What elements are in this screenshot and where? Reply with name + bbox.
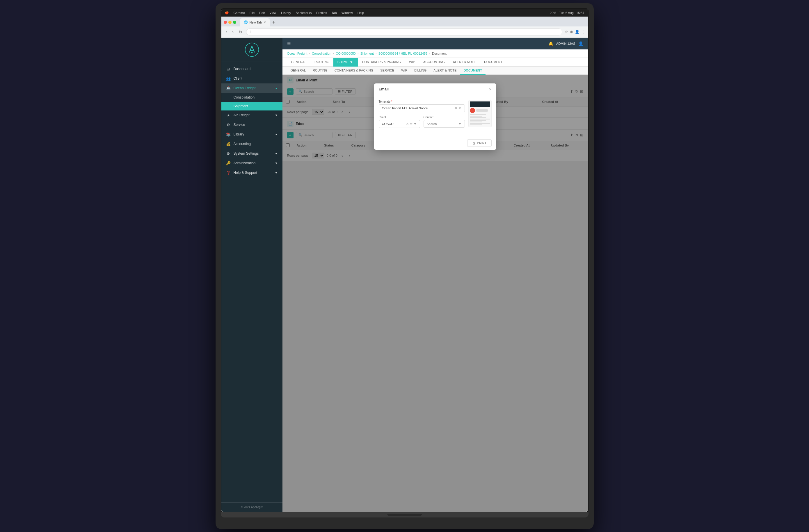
contact-search-input[interactable] bbox=[427, 122, 459, 126]
sidebar-item-accounting[interactable]: 💰 Accounting bbox=[221, 139, 282, 149]
menu-icon[interactable]: ⋮ bbox=[581, 30, 585, 34]
close-dot[interactable] bbox=[224, 21, 227, 24]
forward-button[interactable]: › bbox=[231, 29, 235, 35]
os-help[interactable]: Help bbox=[358, 11, 364, 15]
sidebar-item-label-service: Service bbox=[234, 123, 245, 127]
contact-dropdown-icon[interactable]: ▼ bbox=[459, 122, 462, 126]
sidebar-item-service[interactable]: ⚙ Service bbox=[221, 120, 282, 130]
modal-overlay[interactable]: Email × Template * bbox=[282, 75, 588, 512]
tab-billing-secondary[interactable]: BILLING bbox=[411, 67, 430, 75]
os-window[interactable]: Window bbox=[342, 11, 353, 15]
admin-label: ADMIN 12AS bbox=[556, 42, 575, 45]
modal-close-button[interactable]: × bbox=[489, 87, 491, 92]
sidebar-item-label-system-settings: System Settings bbox=[234, 152, 259, 156]
breadcrumb-sep-2: › bbox=[333, 52, 334, 55]
browser-tab-active[interactable]: 🌐 New Tab ✕ bbox=[240, 18, 270, 26]
breadcrumb-sep-1: › bbox=[309, 52, 310, 55]
tab-routing-secondary[interactable]: ROUTING bbox=[309, 67, 331, 75]
os-bookmarks[interactable]: Bookmarks bbox=[296, 11, 312, 15]
tabs-secondary: GENERAL ROUTING CONTAINERS & PACKING SER… bbox=[282, 67, 588, 75]
svg-point-1 bbox=[251, 52, 253, 53]
window-controls[interactable] bbox=[224, 21, 236, 24]
os-bar: 🍎 Chrome File Edit View History Bookmark… bbox=[221, 9, 588, 17]
tab-general-secondary[interactable]: GENERAL bbox=[287, 67, 310, 75]
os-edit[interactable]: Edit bbox=[259, 11, 265, 15]
sidebar-item-consolidation[interactable]: Consolidation bbox=[221, 93, 282, 102]
template-clear-icon[interactable]: ✕ bbox=[455, 106, 457, 110]
extensions-icon[interactable]: ⊕ bbox=[570, 30, 573, 34]
doc-line-2 bbox=[470, 116, 482, 117]
hamburger-menu[interactable]: ☰ bbox=[287, 41, 291, 46]
sidebar-item-label-ocean-freight: Ocean Freight bbox=[234, 86, 256, 90]
template-select[interactable]: Ocean Import FCL Arrival Notice ✕ ▼ bbox=[379, 104, 465, 112]
tab-general-primary[interactable]: GENERAL bbox=[287, 58, 311, 67]
tab-close-button[interactable]: ✕ bbox=[263, 21, 266, 24]
breadcrumb-consolidation[interactable]: Consolidation bbox=[312, 52, 331, 55]
tab-alert-secondary[interactable]: ALERT & NOTE bbox=[430, 67, 460, 75]
sidebar-item-client[interactable]: 👥 Client bbox=[221, 74, 282, 84]
os-history[interactable]: History bbox=[281, 11, 291, 15]
breadcrumb: Ocean Freight › Consolidation › COI00000… bbox=[282, 49, 588, 58]
minimize-dot[interactable] bbox=[228, 21, 231, 24]
doc-line-1 bbox=[470, 114, 486, 115]
breadcrumb-shipment[interactable]: Shipment bbox=[360, 52, 374, 55]
client-contact-row: Client COSCO ✕ ✏ ▼ bbox=[379, 116, 465, 131]
breadcrumb-sep-5: › bbox=[429, 52, 430, 55]
system-settings-chevron: ▼ bbox=[275, 152, 278, 155]
tab-alert-primary[interactable]: ALERT & NOTE bbox=[449, 58, 480, 67]
tab-document-secondary[interactable]: DOCUMENT bbox=[460, 67, 485, 75]
client-group: Client COSCO ✕ ✏ ▼ bbox=[379, 116, 420, 128]
print-button[interactable]: 🖨 PRINT bbox=[467, 139, 492, 147]
sidebar-item-ocean-freight[interactable]: 🚢 Ocean Freight ▲ bbox=[221, 84, 282, 93]
client-select[interactable]: COSCO ✕ ✏ ▼ bbox=[379, 120, 420, 128]
profile-icon[interactable]: 👤 bbox=[575, 30, 580, 34]
client-dropdown-icon[interactable]: ▼ bbox=[414, 122, 417, 126]
client-edit-icon[interactable]: ✏ bbox=[410, 122, 413, 126]
tab-containers-secondary[interactable]: CONTAINERS & PACKING bbox=[331, 67, 377, 75]
breadcrumb-soi[interactable]: SOI00000384 / HBL-RL-00012456 bbox=[378, 52, 428, 55]
os-chrome[interactable]: Chrome bbox=[234, 11, 245, 15]
sidebar-item-air-freight[interactable]: ✈ Air Freight ▼ bbox=[221, 110, 282, 120]
dashboard-icon: ⊞ bbox=[226, 67, 231, 71]
tab-accounting-primary[interactable]: ACCOUNTING bbox=[419, 58, 449, 67]
os-file[interactable]: File bbox=[249, 11, 255, 15]
tab-wip-secondary[interactable]: WIP bbox=[398, 67, 411, 75]
tab-document-primary[interactable]: DOCUMENT bbox=[480, 58, 507, 67]
sidebar-item-administration[interactable]: 🔑 Administration ▼ bbox=[221, 158, 282, 168]
os-datetime: Tue 6 Aug 15:57 bbox=[559, 11, 584, 15]
sidebar-item-system-settings[interactable]: ⚙ System Settings ▼ bbox=[221, 149, 282, 158]
content-area: ✉ Email & Print + 🔍 ⊞ FILTER bbox=[282, 75, 588, 512]
os-profiles[interactable]: Profiles bbox=[316, 11, 327, 15]
os-tab[interactable]: Tab bbox=[332, 11, 337, 15]
breadcrumb-sep-3: › bbox=[358, 52, 359, 55]
contact-label: Contact bbox=[424, 116, 465, 119]
tab-service-secondary[interactable]: SERVICE bbox=[377, 67, 398, 75]
new-tab-button[interactable]: + bbox=[270, 19, 277, 26]
os-view[interactable]: View bbox=[269, 11, 276, 15]
sidebar-item-label-library: Library bbox=[234, 132, 244, 136]
address-bar[interactable]: I bbox=[246, 29, 562, 35]
breadcrumb-ocean-freight[interactable]: Ocean Freight bbox=[287, 52, 308, 55]
sidebar-item-shipment[interactable]: Shipment bbox=[221, 102, 282, 110]
sidebar-item-library[interactable]: 📚 Library ▼ bbox=[221, 130, 282, 139]
notification-icon[interactable]: 🔔 bbox=[548, 41, 553, 46]
tab-wip-primary[interactable]: WIP bbox=[405, 58, 419, 67]
administration-icon: 🔑 bbox=[226, 161, 231, 165]
template-group: Template * Ocean Import FCL Arrival Noti… bbox=[379, 100, 465, 112]
tab-containers-primary[interactable]: CONTAINERS & PACKING bbox=[358, 58, 405, 67]
bookmark-icon[interactable]: ☆ bbox=[565, 30, 568, 34]
tab-shipment-primary[interactable]: SHIPMENT bbox=[333, 58, 358, 67]
modal-form: Template * Ocean Import FCL Arrival Noti… bbox=[379, 100, 465, 131]
client-clear-icon[interactable]: ✕ bbox=[406, 122, 409, 126]
template-dropdown-icon[interactable]: ▼ bbox=[459, 106, 462, 110]
app-container: ⊞ Dashboard 👥 Client 🚢 Ocean Freight ▲ bbox=[221, 38, 588, 512]
doc-logo-text bbox=[476, 109, 488, 112]
sidebar-item-help-support[interactable]: ❓ Help & Support ▼ bbox=[221, 168, 282, 178]
back-button[interactable]: ‹ bbox=[224, 29, 229, 35]
tab-routing-primary[interactable]: ROUTING bbox=[310, 58, 333, 67]
breadcrumb-coi[interactable]: COI00000050 bbox=[336, 52, 356, 55]
template-value: Ocean Import FCL Arrival Notice bbox=[382, 106, 455, 110]
reload-button[interactable]: ↻ bbox=[237, 29, 244, 35]
sidebar-item-dashboard[interactable]: ⊞ Dashboard bbox=[221, 64, 282, 74]
maximize-dot[interactable] bbox=[233, 21, 236, 24]
